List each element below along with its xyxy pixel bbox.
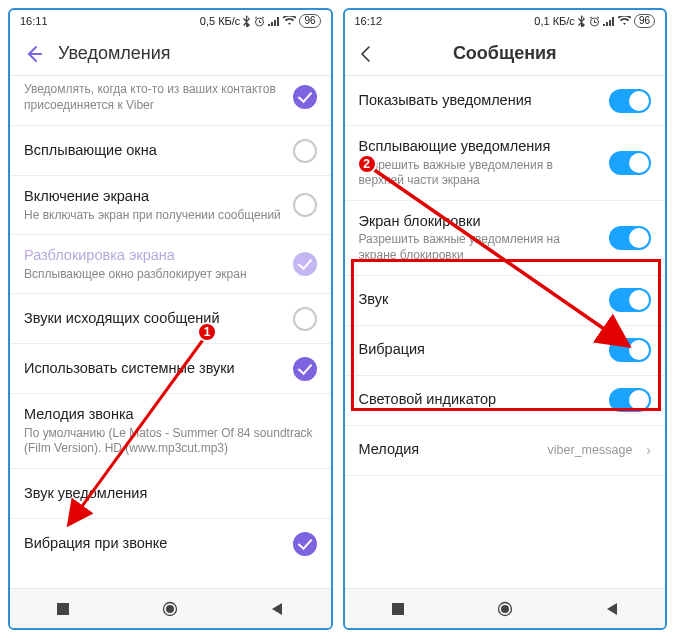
status-net: 0,1 КБ/с bbox=[534, 15, 575, 27]
wifi-icon bbox=[618, 16, 631, 26]
row-sub: Не включать экран при получении сообщени… bbox=[24, 208, 283, 224]
nav-bar bbox=[345, 588, 666, 628]
row-label: Всплывающие окна bbox=[24, 141, 283, 161]
checkbox-on[interactable] bbox=[293, 357, 317, 381]
status-net: 0,5 КБ/с bbox=[200, 15, 241, 27]
checkbox-off[interactable] bbox=[293, 193, 317, 217]
annotation-badge-2: 2 bbox=[357, 154, 377, 174]
row-vibration[interactable]: Вибрация bbox=[345, 326, 666, 376]
status-right: 0,5 КБ/с 96 bbox=[200, 14, 321, 28]
row-notif-sound[interactable]: Звук уведомления bbox=[10, 469, 331, 519]
toggle-on[interactable] bbox=[609, 89, 651, 113]
row-ringtone[interactable]: Мелодия звонка По умолчанию (Le Matos - … bbox=[10, 394, 331, 469]
checkbox-off[interactable] bbox=[293, 139, 317, 163]
row-label: Звук bbox=[359, 290, 600, 310]
row-label: Вибрация при звонке bbox=[24, 534, 283, 554]
row-label: Звук уведомления bbox=[24, 484, 317, 504]
checkbox-on[interactable] bbox=[293, 85, 317, 109]
row-label: Всплывающие уведомления bbox=[359, 137, 600, 157]
row-label: Использовать системные звуки bbox=[24, 359, 283, 379]
row-popups[interactable]: Всплывающие окна bbox=[10, 126, 331, 176]
row-sound[interactable]: Звук bbox=[345, 276, 666, 326]
row-sub: Разрешить важные уведомления в верхней ч… bbox=[359, 158, 600, 189]
page-title: Сообщения bbox=[453, 43, 557, 64]
toggle-on[interactable] bbox=[609, 288, 651, 312]
alarm-icon bbox=[254, 16, 265, 27]
row-label: Показывать уведомления bbox=[359, 91, 600, 111]
status-time: 16:12 bbox=[355, 15, 383, 27]
page-title: Уведомления bbox=[58, 43, 171, 64]
svg-rect-2 bbox=[57, 603, 69, 615]
row-sub: По умолчанию (Le Matos - Summer Of 84 so… bbox=[24, 426, 317, 457]
signal-icon bbox=[268, 16, 280, 26]
battery-level: 96 bbox=[299, 14, 320, 28]
checkbox-on[interactable] bbox=[293, 532, 317, 556]
annotation-badge-1: 1 bbox=[197, 322, 217, 342]
toggle-on[interactable] bbox=[609, 338, 651, 362]
row-sub: Разрешить важные уведомления на экране б… bbox=[359, 232, 600, 263]
alarm-icon bbox=[589, 16, 600, 27]
status-right: 0,1 КБ/с 96 bbox=[534, 14, 655, 28]
battery-level: 96 bbox=[634, 14, 655, 28]
nav-back-button[interactable] bbox=[590, 602, 634, 616]
row-show-notifications[interactable]: Показывать уведомления bbox=[345, 76, 666, 126]
nav-back-button[interactable] bbox=[255, 602, 299, 616]
back-button[interactable] bbox=[22, 43, 44, 65]
ringtone-value: viber_message bbox=[548, 443, 633, 457]
row-label: Мелодия звонка bbox=[24, 405, 317, 425]
back-button[interactable] bbox=[357, 45, 375, 63]
status-bar: 16:12 0,1 КБ/с 96 bbox=[345, 10, 666, 32]
status-bar: 16:11 0,5 КБ/с 96 bbox=[10, 10, 331, 32]
header: Сообщения bbox=[345, 32, 666, 76]
svg-point-9 bbox=[501, 605, 509, 613]
row-lockscreen[interactable]: Экран блокировки Разрешить важные уведом… bbox=[345, 201, 666, 276]
phone-right-miui-messages: 16:12 0,1 КБ/с 96 Сообщения Показывать bbox=[343, 8, 668, 630]
status-time: 16:11 bbox=[20, 15, 48, 27]
svg-point-4 bbox=[166, 605, 174, 613]
row-light-indicator[interactable]: Световой индикатор bbox=[345, 376, 666, 426]
row-vibrate[interactable]: Вибрация при звонке bbox=[10, 519, 331, 569]
row-system-sounds[interactable]: Использовать системные звуки bbox=[10, 344, 331, 394]
row-label: Включение экрана bbox=[24, 187, 283, 207]
chevron-right-icon: › bbox=[646, 442, 651, 458]
row-contact-joined[interactable]: Уведомлять, когда кто-то из ваших контак… bbox=[10, 76, 331, 126]
row-label: Разблокировка экрана bbox=[24, 246, 283, 266]
settings-list: Показывать уведомления Всплывающие уведо… bbox=[345, 76, 666, 588]
signal-icon bbox=[603, 16, 615, 26]
row-label: Вибрация bbox=[359, 340, 600, 360]
settings-list: Уведомлять, когда кто-то из ваших контак… bbox=[10, 76, 331, 588]
row-label: Экран блокировки bbox=[359, 212, 600, 232]
header: Уведомления bbox=[10, 32, 331, 76]
row-ringtone[interactable]: Мелодия viber_message › bbox=[345, 426, 666, 476]
wifi-icon bbox=[283, 16, 296, 26]
row-outgoing-sounds[interactable]: Звуки исходящих сообщений bbox=[10, 294, 331, 344]
bluetooth-icon bbox=[578, 15, 586, 27]
row-screen-on[interactable]: Включение экрана Не включать экран при п… bbox=[10, 176, 331, 235]
nav-bar bbox=[10, 588, 331, 628]
row-label: Мелодия bbox=[359, 440, 538, 460]
svg-rect-7 bbox=[392, 603, 404, 615]
row-sub: Уведомлять, когда кто-то из ваших контак… bbox=[24, 82, 283, 113]
row-popup-notifications[interactable]: Всплывающие уведомления Разрешить важные… bbox=[345, 126, 666, 201]
nav-recents-button[interactable] bbox=[376, 602, 420, 616]
toggle-on[interactable] bbox=[609, 151, 651, 175]
checkbox-on-disabled bbox=[293, 252, 317, 276]
row-label: Световой индикатор bbox=[359, 390, 600, 410]
nav-recents-button[interactable] bbox=[41, 602, 85, 616]
toggle-on[interactable] bbox=[609, 226, 651, 250]
nav-home-button[interactable] bbox=[148, 600, 192, 618]
row-unlock[interactable]: Разблокировка экрана Всплывающее окно ра… bbox=[10, 235, 331, 294]
nav-home-button[interactable] bbox=[483, 600, 527, 618]
checkbox-off[interactable] bbox=[293, 307, 317, 331]
row-sub: Всплывающее окно разблокирует экран bbox=[24, 267, 283, 283]
bluetooth-icon bbox=[243, 15, 251, 27]
toggle-on[interactable] bbox=[609, 388, 651, 412]
phone-left-viber-notifications: 16:11 0,5 КБ/с 96 Уведомления bbox=[8, 8, 333, 630]
row-label: Звуки исходящих сообщений bbox=[24, 309, 283, 329]
